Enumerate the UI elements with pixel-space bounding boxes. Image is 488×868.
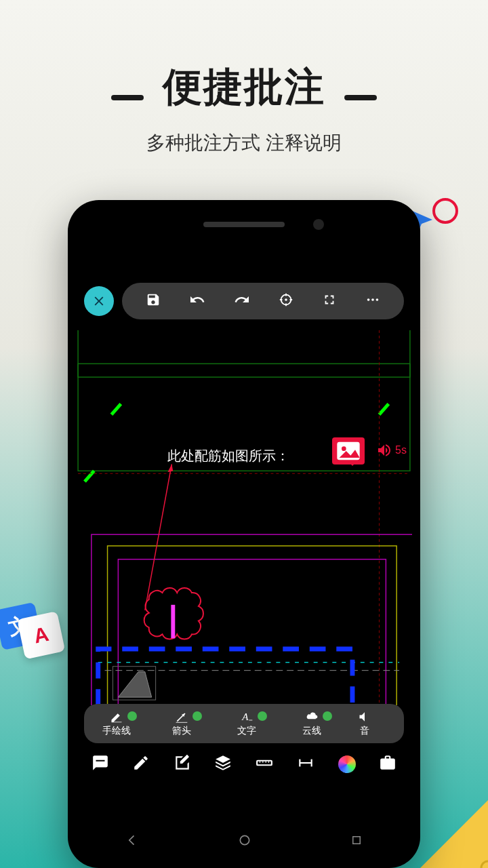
svg-point-23 [371,298,374,301]
color-button[interactable] [338,755,356,773]
text-icon: A [239,710,255,724]
close-button[interactable] [84,286,114,316]
svg-point-24 [376,298,379,301]
phone-screen: 此处配筋如图所示： 5s 手绘线 箭 [76,249,412,823]
anno-label: 箭头 [172,725,191,737]
undo-button[interactable] [189,292,205,311]
svg-rect-34 [118,559,386,705]
bottom-toolbar [76,745,412,784]
pencil-icon [132,754,150,772]
phone-speaker [203,222,285,227]
anno-cloud[interactable]: 云线 [279,710,344,737]
anno-label: 手绘线 [102,725,131,737]
svg-point-58 [240,835,249,844]
anno-label: 音 [360,725,369,737]
close-icon [92,294,106,309]
top-toolbar [84,283,404,319]
toolbox-button[interactable] [379,754,396,774]
decorative-circle [432,198,458,224]
anno-freehand[interactable]: 手绘线 [84,710,149,737]
measure-icon [297,754,314,772]
nav-back[interactable] [125,833,139,850]
save-button[interactable] [146,292,161,310]
action-bar [122,283,404,319]
phone-frame: 此处配筋如图所示： 5s 手绘线 箭 [68,200,420,868]
nav-home[interactable] [238,833,251,850]
measure-button[interactable] [297,754,314,774]
svg-line-28 [379,404,388,415]
comment-button[interactable] [92,754,109,774]
edit-icon [174,754,191,772]
fullscreen-icon [322,292,337,307]
anno-audio[interactable]: 音 [344,710,385,737]
anno-arrow[interactable]: 箭头 [149,710,214,737]
audio-annotation-badge[interactable]: 5s [376,442,407,458]
svg-rect-25 [78,330,410,377]
cloud-icon [303,710,321,724]
page-subtitle: 多种批注方式 注释说明 [0,130,488,156]
phone-camera [313,219,324,230]
image-icon [332,437,365,465]
more-icon [365,292,380,307]
layers-icon [214,754,232,772]
svg-rect-33 [108,546,397,705]
speaker-icon [376,442,392,458]
svg-point-43 [342,446,346,451]
annotation-text[interactable]: 此处配筋如图所示： [167,447,289,465]
undo-icon [189,292,205,308]
svg-rect-50 [257,761,272,766]
nav-recent[interactable] [350,834,363,849]
svg-point-17 [285,298,287,301]
pencil-button[interactable] [132,754,150,774]
layers-button[interactable] [214,754,232,774]
redo-button[interactable] [234,292,250,311]
header: 便捷批注 多种批注方式 注释说明 [0,0,488,156]
arrow-icon [174,710,190,724]
svg-marker-36 [167,465,173,473]
svg-line-27 [111,404,121,415]
redo-icon [234,292,250,308]
decorative-translate: 文 A [0,598,66,671]
cad-drawing [76,330,412,705]
svg-line-29 [85,471,94,481]
ruler-icon [255,754,274,772]
more-button[interactable] [365,292,380,310]
toolbox-icon [379,754,396,772]
fullscreen-button[interactable] [322,292,337,310]
android-nav-bar [76,823,412,860]
target-button[interactable] [279,292,293,310]
page-title: 便捷批注 [0,61,488,114]
save-icon [146,292,161,307]
annotation-toolbar: 手绘线 箭头 A 文字 云线 [84,704,404,743]
target-icon [279,292,293,307]
svg-rect-59 [353,837,361,844]
anno-label: 云线 [302,725,321,737]
audio-icon [358,710,371,724]
svg-point-22 [367,298,370,301]
svg-marker-40 [118,672,151,698]
anno-text[interactable]: A 文字 [214,710,279,737]
freehand-icon [108,710,125,724]
color-wheel-icon [338,755,356,773]
ruler-button[interactable] [255,754,274,774]
image-annotation-badge[interactable] [332,437,365,465]
svg-text:A: A [241,711,249,722]
cad-canvas[interactable]: 此处配筋如图所示： 5s [76,330,412,705]
edit-button[interactable] [174,754,191,774]
comment-icon [92,754,109,772]
audio-duration: 5s [395,444,407,456]
anno-label: 文字 [237,725,256,737]
